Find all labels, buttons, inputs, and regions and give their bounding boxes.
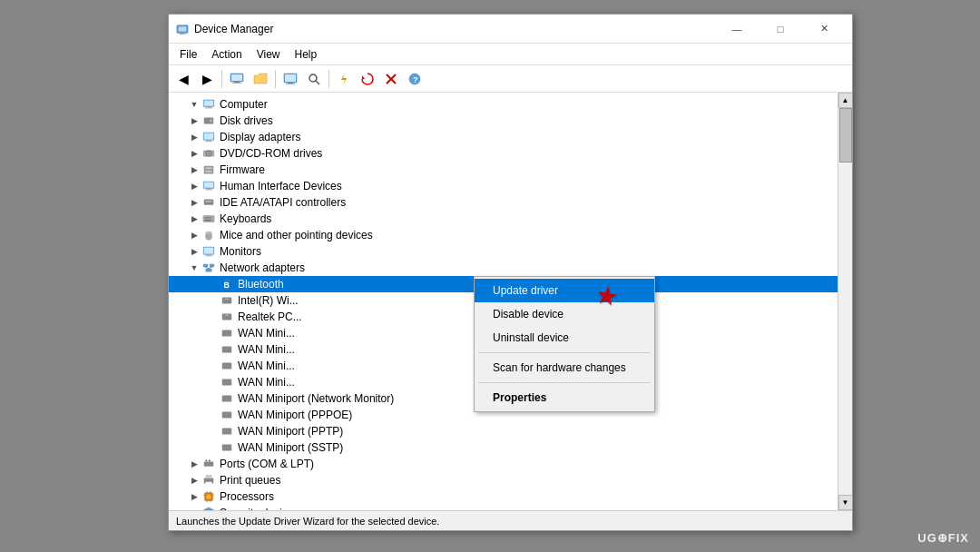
- title-controls: — □ ✕: [716, 15, 845, 44]
- folder-toolbar-btn[interactable]: [250, 68, 271, 90]
- svg-rect-53: [206, 255, 211, 256]
- help-icon: ?: [407, 72, 422, 86]
- svg-rect-35: [206, 167, 212, 169]
- close-button[interactable]: ✕: [803, 15, 845, 44]
- expand-hid: ▶: [187, 179, 201, 193]
- tree-label-network: Network adapters: [220, 261, 305, 274]
- computer-tree-icon: [201, 97, 216, 112]
- wan-sstp-icon: [220, 440, 234, 455]
- back-button[interactable]: ◀: [172, 68, 194, 90]
- monitor-toolbar-btn[interactable]: [279, 68, 301, 90]
- tree-label-wan2: WAN Mini...: [238, 343, 295, 356]
- firmware-tree-icon: [201, 163, 216, 177]
- ports-tree-icon: [201, 457, 216, 471]
- ctx-uninstall-device[interactable]: Uninstall device: [475, 326, 654, 350]
- minimize-button[interactable]: —: [716, 15, 758, 44]
- svg-marker-14: [341, 73, 347, 85]
- svg-rect-21: [204, 101, 214, 106]
- tree-item-network[interactable]: ▼ Network adapters: [169, 260, 838, 276]
- svg-rect-71: [222, 412, 232, 419]
- svg-rect-46: [210, 217, 211, 218]
- ctx-scan-changes[interactable]: Scan for hardware changes: [475, 356, 654, 380]
- expand-computer: ▼: [187, 97, 201, 112]
- forward-button[interactable]: ▶: [196, 68, 218, 90]
- scroll-track[interactable]: [838, 108, 853, 495]
- intel-tree-icon: [220, 293, 234, 308]
- expand-security: ▶: [187, 506, 201, 510]
- tree-item-processors[interactable]: ▶ Processors: [169, 488, 838, 505]
- tree-label-wan1: WAN Mini...: [238, 327, 295, 340]
- title-bar-left: Device Manager: [176, 23, 273, 35]
- tree-item-disk-drives[interactable]: ▶ Disk drives: [169, 113, 838, 129]
- ctx-properties[interactable]: Properties: [475, 386, 654, 409]
- ide-tree-icon: [201, 195, 216, 210]
- tree-item-ports[interactable]: ▶ Ports (COM & LPT): [169, 456, 838, 472]
- svg-rect-62: [222, 298, 232, 304]
- tree-label-wan-sstp: WAN Miniport (SSTP): [238, 441, 343, 454]
- menu-view[interactable]: View: [250, 46, 288, 63]
- svg-rect-64: [222, 314, 232, 320]
- dvd-tree-icon: [201, 146, 216, 161]
- tree-label-intel: Intel(R) Wi...: [238, 294, 299, 307]
- svg-line-13: [316, 81, 319, 84]
- tree-item-monitors[interactable]: ▶ Monitors: [169, 243, 838, 260]
- app-icon: [176, 23, 189, 35]
- ctx-separator-2: [478, 382, 651, 383]
- tree-item-firmware[interactable]: ▶ Firmware: [169, 162, 838, 178]
- tree-label-computer: Computer: [220, 98, 268, 111]
- svg-rect-73: [222, 445, 232, 451]
- menu-action[interactable]: Action: [204, 46, 249, 63]
- tree-item-display-adapters[interactable]: ▶ Display adapters: [169, 129, 838, 145]
- svg-point-12: [309, 74, 317, 82]
- svg-line-59: [209, 267, 212, 269]
- tree-item-ide[interactable]: ▶ IDE ATA/ATAPI controllers: [169, 194, 838, 211]
- scan-toolbar-btn[interactable]: [333, 68, 355, 90]
- menu-help[interactable]: Help: [288, 46, 325, 63]
- svg-rect-11: [286, 84, 295, 84]
- tree-item-print[interactable]: ▶ Print queues: [169, 472, 838, 488]
- remove-toolbar-btn[interactable]: [380, 68, 402, 90]
- wan1-icon: [220, 326, 234, 340]
- vertical-scrollbar[interactable]: ▲ ▼: [838, 93, 852, 510]
- tree-item-dvd[interactable]: ▶ DVD/CD-ROM drives: [169, 145, 838, 162]
- tree-label-wan3: WAN Mini...: [238, 360, 295, 372]
- tree-label-wan-pptp: WAN Miniport (PPTP): [238, 425, 343, 438]
- search-toolbar-btn[interactable]: [303, 68, 325, 90]
- tree-item-wan-sstp[interactable]: WAN Miniport (SSTP): [169, 439, 838, 456]
- tree-item-mice[interactable]: ▶ Mice and other pointing devices: [169, 227, 838, 243]
- tree-item-wan-pptp[interactable]: WAN Miniport (PPTP): [169, 423, 838, 439]
- tree-item-hid[interactable]: ▶ Human Interface Devices: [169, 178, 838, 194]
- ctx-disable-device[interactable]: Disable device: [475, 302, 654, 326]
- computer-toolbar-btn[interactable]: [226, 68, 248, 90]
- svg-rect-29: [206, 141, 211, 142]
- scroll-down-button[interactable]: ▼: [838, 495, 853, 510]
- scroll-up-button[interactable]: ▲: [838, 93, 853, 108]
- svg-rect-75: [206, 460, 208, 462]
- monitor-icon: [283, 72, 298, 86]
- update-toolbar-btn[interactable]: [357, 68, 378, 90]
- toolbar-sep-2: [275, 70, 276, 88]
- ctx-update-driver[interactable]: Update driver: [475, 279, 654, 302]
- toolbar: ◀ ▶: [169, 65, 852, 93]
- tree-label-print: Print queues: [220, 474, 280, 487]
- menu-file[interactable]: File: [172, 46, 204, 63]
- expand-monitors: ▶: [187, 244, 201, 259]
- svg-rect-56: [210, 264, 214, 268]
- tree-item-computer[interactable]: ▼ Computer: [169, 96, 838, 113]
- wan-pptp-icon: [220, 424, 234, 439]
- scroll-thumb[interactable]: [839, 108, 852, 163]
- network-tree-icon: [201, 261, 216, 275]
- help-toolbar-btn[interactable]: ?: [404, 68, 426, 90]
- tree-item-keyboards[interactable]: ▶ Keyboards: [169, 211, 838, 227]
- svg-rect-67: [222, 347, 232, 353]
- title-bar: Device Manager — □ ✕: [169, 15, 852, 44]
- svg-rect-76: [209, 460, 211, 462]
- expand-ide: ▶: [187, 195, 201, 210]
- maximize-button[interactable]: □: [760, 15, 801, 44]
- mice-tree-icon: [201, 228, 216, 242]
- expand-network: ▼: [187, 261, 201, 275]
- tree-item-security[interactable]: ▶ Security devices: [169, 505, 838, 510]
- wan2-icon: [220, 342, 234, 357]
- svg-rect-40: [205, 190, 213, 191]
- tree-label-disk: Disk drives: [220, 114, 273, 127]
